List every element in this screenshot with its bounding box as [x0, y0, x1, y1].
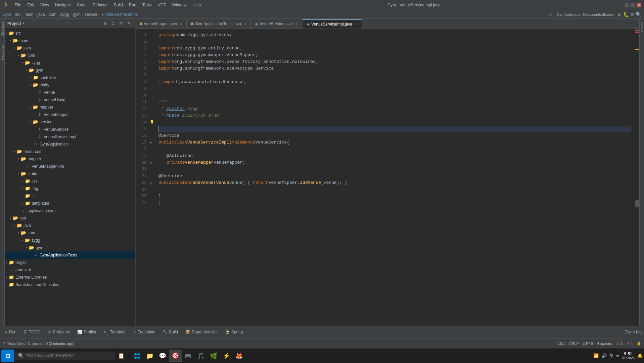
- todo-tab[interactable]: ☑ TODO: [20, 328, 44, 336]
- tree-item-main[interactable]: ▾ 📂 main: [5, 37, 135, 44]
- breadcrumb-src[interactable]: src: [15, 12, 20, 17]
- close-button[interactable]: ✕: [637, 3, 641, 7]
- breadcrumb-com[interactable]: com: [49, 12, 56, 17]
- tab-GymApplicationTests[interactable]: GymApplicationTests.java ✕: [187, 19, 250, 29]
- close-tab-venueMapper[interactable]: ✕: [180, 22, 182, 26]
- run-tab[interactable]: ▶ Run: [1, 328, 20, 336]
- notification-icon[interactable]: 🔔: [637, 353, 643, 359]
- tree-item-zygg[interactable]: ▾ 📂 zygg: [5, 59, 135, 67]
- tab-VenueMapper[interactable]: VenueMapper.java ✕: [136, 19, 187, 29]
- tree-item-GymApplicationTests[interactable]: C GymApplicationTests: [5, 251, 135, 259]
- sidebar-settings[interactable]: ⚙: [117, 20, 125, 27]
- code-editor[interactable]: package com.zygg.gym.service; import com…: [156, 29, 634, 326]
- game-icon[interactable]: 🎮: [182, 350, 194, 362]
- tree-item-test[interactable]: ▾ 📂 test: [5, 214, 135, 222]
- volume-icon[interactable]: 🔊: [601, 353, 607, 359]
- tree-item-img[interactable]: ▸ 📁 img: [5, 185, 135, 192]
- toolbar-settings[interactable]: ⚙: [630, 12, 634, 17]
- menu-window[interactable]: Window: [170, 2, 189, 8]
- collapse-all[interactable]: ⊞: [101, 20, 108, 27]
- profiler-tab[interactable]: 📊 Profiler: [74, 328, 100, 336]
- close-tab-gymTests[interactable]: ✕: [244, 22, 246, 26]
- tree-item-resources[interactable]: ▾ 📂 resources: [5, 148, 135, 155]
- dropdown-icon[interactable]: ▾: [22, 21, 25, 26]
- tree-item-GymApplication[interactable]: C GymApplication: [5, 140, 135, 148]
- tree-item-VenueMapper_xml[interactable]: ✦ VenueMapper.xml: [5, 163, 135, 170]
- minimize-button[interactable]: ─: [625, 3, 629, 7]
- terminal-tab[interactable]: >_ Terminal: [100, 328, 129, 336]
- tree-item-VenueMapper[interactable]: I VenueMapper: [5, 111, 135, 118]
- breadcrumb-main[interactable]: main: [25, 12, 33, 17]
- indent[interactable]: 4 spaces: [597, 341, 612, 346]
- maximize-button[interactable]: □: [631, 3, 635, 7]
- tree-item-src[interactable]: ▾ 📂 src: [5, 30, 135, 37]
- encoding[interactable]: UTF-8: [583, 341, 593, 346]
- tree-item-VenueService[interactable]: I VenueService: [5, 126, 135, 133]
- cursor-position[interactable]: 15:1: [558, 341, 565, 346]
- browser-icon[interactable]: 🌐: [131, 350, 143, 362]
- breadcrumb-zygg[interactable]: zygg: [60, 12, 69, 17]
- tree-item-VenueUsing[interactable]: C VenueUsing: [5, 96, 135, 104]
- tree-item-static[interactable]: ▾ 📂 static: [5, 170, 135, 177]
- close-tab-venueService[interactable]: ✕: [295, 22, 298, 26]
- menu-file[interactable]: File: [12, 2, 24, 8]
- tree-item-css[interactable]: ▸ 📁 css: [5, 177, 135, 185]
- keyboard-icon[interactable]: ⌨: [616, 353, 619, 359]
- menu-code[interactable]: Code: [74, 2, 89, 8]
- line-ending[interactable]: CRLF: [569, 341, 579, 346]
- scroll-thumb[interactable]: [635, 200, 639, 207]
- close-sidebar[interactable]: ✕: [125, 20, 133, 27]
- tree-item-java[interactable]: ▾ 📂 java: [5, 44, 135, 52]
- tree-item-com_test[interactable]: ▾ 📂 com: [5, 229, 135, 237]
- tree-item-entity[interactable]: ▾ 📂 entity: [5, 81, 135, 89]
- tree-item-zygg_test[interactable]: ▾ 📂 zygg: [5, 237, 135, 244]
- tree-item-controller[interactable]: ▸ 📁 controller: [5, 74, 135, 81]
- scroll-to-file[interactable]: ⊡: [109, 20, 117, 27]
- event-log-label[interactable]: Event Log: [625, 330, 643, 334]
- start-button[interactable]: ⊞: [1, 350, 14, 362]
- wechat-icon[interactable]: 🌿: [207, 350, 220, 362]
- music-icon[interactable]: 🎵: [194, 350, 207, 362]
- search-button[interactable]: 🔍: [636, 12, 641, 17]
- menu-help[interactable]: Help: [190, 2, 203, 8]
- intellij-icon[interactable]: 🎯: [169, 350, 182, 362]
- maven-tab[interactable]: Maven: [639, 19, 644, 35]
- menu-refactor[interactable]: Refactor: [90, 2, 110, 8]
- tree-item-mapper_res[interactable]: ▾ 📂 mapper: [5, 155, 135, 163]
- tree-item-js[interactable]: ▸ 📁 js: [5, 192, 135, 200]
- menu-build[interactable]: Build: [111, 2, 126, 8]
- menu-edit[interactable]: Edit: [25, 2, 37, 8]
- tree-item-VenueServiceImpl[interactable]: C VenueServiceImpl: [5, 133, 135, 140]
- menu-navigate[interactable]: Navigate: [52, 2, 74, 8]
- menu-vcs[interactable]: VCS: [155, 2, 169, 8]
- app-icon-10[interactable]: 🦊: [233, 350, 245, 362]
- problems-tab[interactable]: ⚠ Problems: [44, 328, 73, 336]
- favorites-tab[interactable]: Favorites: [0, 42, 5, 63]
- structure-tab[interactable]: Structure: [0, 19, 5, 39]
- search-bar[interactable]: 🔍 在这里输入你要搜索的内容: [14, 352, 115, 360]
- task-view-button[interactable]: 📋: [115, 350, 128, 362]
- tree-item-Venue[interactable]: C Venue: [5, 89, 135, 96]
- tree-item-service[interactable]: ▾ 📂 service: [5, 118, 135, 126]
- tree-item-com[interactable]: ▾ 📂 com: [5, 52, 135, 59]
- build-tab[interactable]: 🔨 Build: [159, 328, 181, 336]
- explorer-icon[interactable]: 📁: [143, 350, 156, 362]
- close-tab-active[interactable]: ✕: [355, 23, 358, 26]
- ime-icon[interactable]: 英: [609, 353, 613, 359]
- tree-item-application_yaml[interactable]: ✦ application.yaml: [5, 207, 135, 214]
- breadcrumb-service[interactable]: service: [85, 12, 97, 17]
- run-config[interactable]: GymApplicationTests.contextLoads: [554, 12, 617, 17]
- breadcrumb-gym[interactable]: Gym: [3, 12, 11, 17]
- breadcrumb-java[interactable]: java: [37, 12, 45, 17]
- debug-button[interactable]: 🐛: [623, 12, 629, 17]
- breadcrumb-gym2[interactable]: gym: [73, 12, 81, 17]
- endpoints-tab[interactable]: ↗ Endpoints: [129, 328, 158, 336]
- menu-view[interactable]: View: [38, 2, 52, 8]
- tree-item-scratches[interactable]: ▸ 📁 Scratches and Consoles: [5, 281, 135, 288]
- tab-VenueService[interactable]: ◉ VenueService.java ✕: [251, 19, 303, 29]
- menu-tools[interactable]: Tools: [140, 2, 154, 8]
- spring-tab[interactable]: 🍃 Spring: [222, 328, 246, 336]
- tree-item-target[interactable]: ▸ 📁 target: [5, 259, 135, 266]
- tree-item-gym[interactable]: ▾ 📂 gym: [5, 67, 135, 74]
- dependencies-tab[interactable]: 📦 Dependencies: [182, 328, 221, 336]
